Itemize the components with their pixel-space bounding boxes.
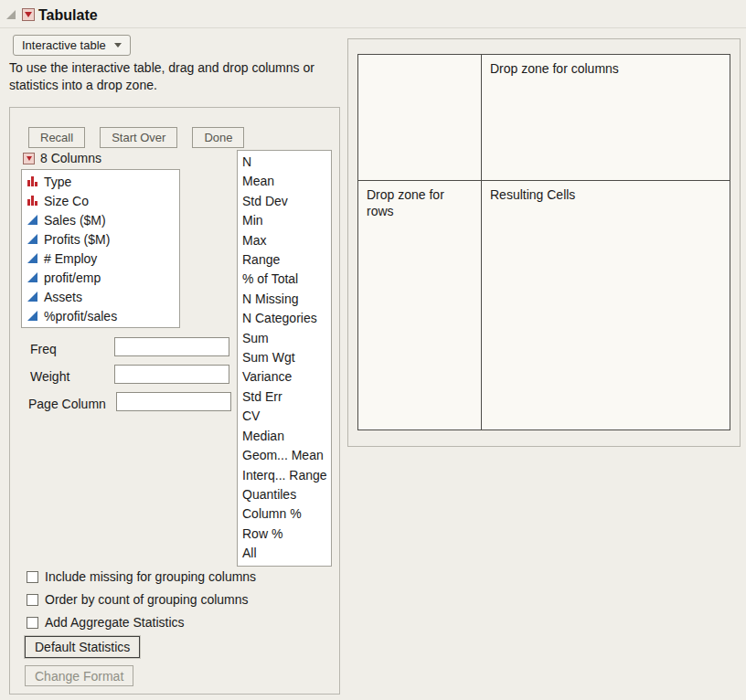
tabulate-window: Tabulate Interactive table To use the in… <box>0 0 746 700</box>
column-label: %profit/sales <box>44 309 117 323</box>
drop-zone-corner-cell[interactable] <box>358 55 482 181</box>
chevron-down-icon <box>114 43 122 48</box>
page-title: Tabulate <box>38 7 98 24</box>
continuous-column-icon <box>27 310 38 322</box>
columns-count-label: 8 Columns <box>40 151 101 165</box>
statistic-item[interactable]: Sum Wgt <box>238 348 331 367</box>
continuous-column-icon <box>27 291 38 302</box>
statistic-item[interactable]: Quantiles <box>238 485 331 504</box>
columns-header: 8 Columns <box>23 151 101 165</box>
platform-title-bar: Tabulate <box>0 0 746 27</box>
statistic-item[interactable]: N <box>238 153 331 172</box>
page-column-label: Page Column <box>28 397 106 411</box>
checkbox-include-missing[interactable] <box>27 571 38 583</box>
control-panel: Recall Start Over Done 8 Columns Type Si… <box>9 107 340 695</box>
column-label: # Employ <box>44 251 97 266</box>
statistic-item[interactable]: Geom... Mean <box>238 446 331 465</box>
checkbox-row-order-by-count[interactable]: Order by count of grouping columns <box>27 592 249 607</box>
drop-zone-panel: Drop zone for columns Drop zone for rows… <box>347 38 741 447</box>
checkbox-add-aggregate[interactable] <box>27 617 38 629</box>
column-item[interactable]: Profits ($M) <box>22 229 179 249</box>
statistic-item[interactable]: Sum <box>238 329 331 348</box>
statistic-item[interactable]: Max <box>238 231 331 250</box>
checkbox-order-by-count[interactable] <box>27 594 38 606</box>
weight-input[interactable] <box>114 365 229 384</box>
statistic-item[interactable]: Column % <box>238 504 331 524</box>
columns-list: Type Size Co Sales ($M) Profits ($M) # E… <box>21 169 180 328</box>
recall-button[interactable]: Recall <box>28 127 85 148</box>
column-item[interactable]: Assets <box>22 287 179 306</box>
done-button[interactable]: Done <box>192 127 244 148</box>
nominal-column-icon <box>27 195 38 207</box>
column-item[interactable]: Size Co <box>22 191 179 210</box>
freq-input[interactable] <box>114 337 229 356</box>
column-item[interactable]: %profit/sales <box>22 306 179 325</box>
checkbox-label: Include missing for grouping columns <box>45 569 256 584</box>
checkbox-label: Order by count of grouping columns <box>45 592 249 607</box>
freq-label: Freq <box>30 342 57 356</box>
disclosure-triangle-icon[interactable] <box>6 10 16 19</box>
statistic-item[interactable]: All <box>238 544 331 563</box>
column-item[interactable]: Sales ($M) <box>22 210 179 229</box>
checkbox-row-include-missing[interactable]: Include missing for grouping columns <box>27 569 256 584</box>
statistic-item[interactable]: Interq... Range <box>238 466 331 485</box>
column-label: Assets <box>44 290 82 304</box>
column-label: Size Co <box>44 194 89 208</box>
start-over-button[interactable]: Start Over <box>100 127 177 148</box>
statistic-item[interactable]: Variance <box>238 367 331 387</box>
column-label: Type <box>44 175 71 189</box>
page-column-input[interactable] <box>116 392 231 411</box>
column-item[interactable]: profit/emp <box>22 268 179 287</box>
statistic-item[interactable]: Range <box>238 250 331 270</box>
statistic-item[interactable]: N Missing <box>238 290 331 309</box>
column-item[interactable]: # Employ <box>22 249 179 268</box>
weight-label: Weight <box>30 369 69 384</box>
continuous-column-icon <box>27 233 38 245</box>
red-triangle-menu-icon[interactable] <box>22 8 35 21</box>
statistic-item[interactable]: Median <box>238 427 331 446</box>
table-mode-select[interactable]: Interactive table <box>13 35 131 56</box>
continuous-column-icon <box>27 271 38 283</box>
table-mode-value: Interactive table <box>22 38 106 52</box>
column-label: profit/emp <box>44 270 101 285</box>
columns-red-triangle-menu-icon[interactable] <box>23 153 35 164</box>
drop-zone-columns[interactable]: Drop zone for columns <box>482 55 730 181</box>
statistic-item[interactable]: % of Total <box>238 270 331 289</box>
column-item[interactable]: Type <box>22 172 179 191</box>
change-format-button[interactable]: Change Format <box>25 665 133 686</box>
action-button-row: Recall Start Over Done <box>28 127 244 148</box>
statistic-item[interactable]: N Categories <box>238 309 331 328</box>
column-label: Profits ($M) <box>44 232 110 247</box>
continuous-column-icon <box>27 252 38 264</box>
helper-text: To use the interactive table, drag and d… <box>9 59 340 94</box>
continuous-column-icon <box>27 214 38 226</box>
statistic-item[interactable]: Std Dev <box>238 192 331 211</box>
nominal-column-icon <box>27 175 38 187</box>
red-triangle-glyph <box>25 12 32 17</box>
statistic-item[interactable]: Mean <box>238 172 331 191</box>
statistic-item[interactable]: Row % <box>238 525 331 544</box>
resulting-cells-zone[interactable]: Resulting Cells <box>482 181 730 430</box>
column-label: Sales ($M) <box>44 213 106 228</box>
drop-zone-rows[interactable]: Drop zone for rows <box>358 181 482 430</box>
default-statistics-button[interactable]: Default Statistics <box>25 636 140 658</box>
drop-zone-table: Drop zone for columns Drop zone for rows… <box>357 54 730 430</box>
checkbox-label: Add Aggregate Statistics <box>45 615 185 630</box>
statistic-item[interactable]: CV <box>238 407 331 426</box>
statistics-list: N Mean Std Dev Min Max Range % of Total … <box>237 150 332 567</box>
checkbox-row-add-aggregate[interactable]: Add Aggregate Statistics <box>27 615 185 630</box>
statistic-item[interactable]: Min <box>238 211 331 230</box>
statistic-item[interactable]: Std Err <box>238 387 331 407</box>
title-separator <box>0 27 746 28</box>
red-triangle-glyph <box>27 156 32 161</box>
